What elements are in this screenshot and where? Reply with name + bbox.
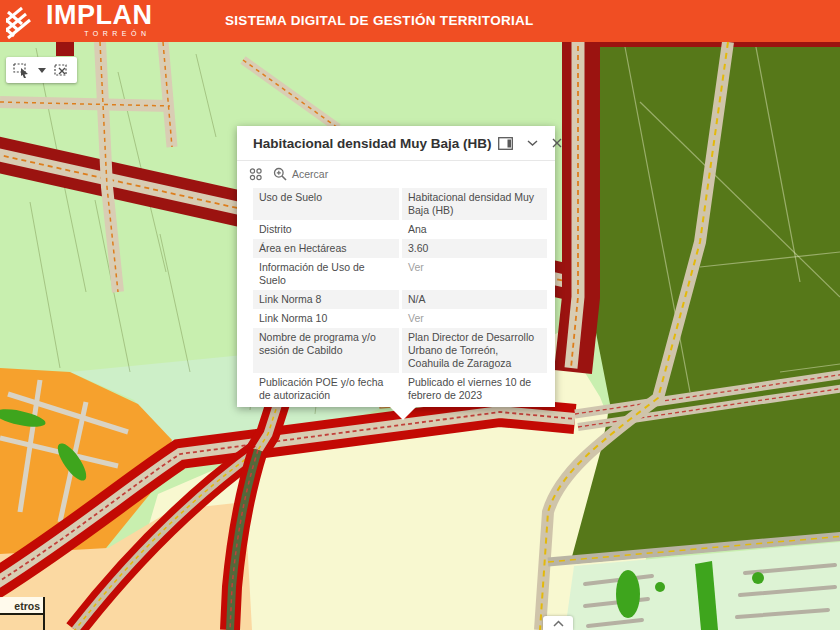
table-row: Área en Hectáreas3.60 <box>253 239 547 258</box>
selection-toolbar <box>6 57 77 83</box>
field-label: Área en Hectáreas <box>253 239 399 258</box>
chevron-up-icon <box>553 620 564 627</box>
caret-down-icon <box>38 68 46 73</box>
popup-pointer <box>389 406 417 420</box>
select-tool-icon <box>13 63 30 78</box>
dock-icon <box>498 137 513 150</box>
table-row: Información de Uso de SueloVer <box>253 258 547 290</box>
app-window: IMPLAN TORREÓN SISTEMA DIGITAL DE GESTIÓ… <box>0 0 840 630</box>
feature-popup: Habitacional densidad Muy Baja (HB) <box>237 126 555 407</box>
select-tool-button[interactable] <box>9 57 34 83</box>
road-corridor-vertical <box>571 42 581 372</box>
clear-selection-button[interactable] <box>50 57 74 83</box>
close-icon <box>552 138 562 148</box>
field-value: N/A <box>402 290 547 309</box>
browse-features-button[interactable] <box>249 167 263 181</box>
field-value: Ana <box>402 220 547 239</box>
select-tool-dropdown[interactable] <box>34 57 50 83</box>
logo-subtitle: TORREÓN <box>46 30 153 37</box>
field-value: Publicado el viernes 10 de febrero de 20… <box>402 373 547 405</box>
zone-olive <box>570 42 840 564</box>
table-row: Publicación POE y/o fecha de autorizació… <box>253 373 547 405</box>
zoom-to-feature-button[interactable]: Acercar <box>273 167 328 181</box>
field-value-link[interactable]: Ver <box>402 258 547 290</box>
field-label: Link Norma 10 <box>253 309 399 328</box>
chevron-down-icon <box>527 140 538 146</box>
field-label: Link Norma 8 <box>253 290 399 309</box>
road-strip-top <box>598 42 840 47</box>
browse-features-icon <box>249 167 263 181</box>
popup-title: Habitacional densidad Muy Baja (HB) <box>253 136 492 151</box>
scalebar-line <box>0 613 45 615</box>
table-row: DistritoAna <box>253 220 547 239</box>
app-header: IMPLAN TORREÓN SISTEMA DIGITAL DE GESTIÓ… <box>0 0 840 42</box>
field-value: 3.60 <box>402 239 547 258</box>
road-stub-topleft <box>56 42 74 56</box>
clear-selection-icon <box>54 63 70 78</box>
field-label: Nombre de programa y/o sesión de Cabildo <box>253 328 399 373</box>
expand-panel-button[interactable] <box>543 616 573 630</box>
field-label: Uso de Suelo <box>253 188 399 220</box>
dock-button[interactable] <box>498 137 513 150</box>
popup-attribute-table: Uso de SueloHabitacional densidad Muy Ba… <box>237 186 555 407</box>
app-title: SISTEMA DIGITAL DE GESTIÓN TERRITORIAL <box>225 13 534 28</box>
field-label: Publicación POE y/o fecha de autorizació… <box>253 373 399 405</box>
table-row: Link Norma 10Ver <box>253 309 547 328</box>
field-value: Habitacional densidad Muy Baja (HB) <box>402 188 547 220</box>
collapse-popup-button[interactable] <box>527 140 538 146</box>
popup-header: Habitacional densidad Muy Baja (HB) <box>237 126 555 160</box>
field-value-link[interactable]: Ver <box>402 309 547 328</box>
implan-logo-icon <box>6 6 40 42</box>
field-label: Información de Uso de Suelo <box>253 258 399 290</box>
zoom-action-label: Acercar <box>292 168 328 180</box>
table-row: Link Norma 8N/A <box>253 290 547 309</box>
table-row: Nombre de programa y/o sesión de Cabildo… <box>253 328 547 373</box>
logo-name: IMPLAN <box>46 1 153 29</box>
close-popup-button[interactable] <box>552 138 562 148</box>
field-value: Plan Director de Desarrollo Urbano de To… <box>402 328 547 373</box>
popup-toolbar: Acercar <box>237 160 555 186</box>
zoom-in-icon <box>273 167 287 181</box>
field-label: Distrito <box>253 220 399 239</box>
implan-logo: IMPLAN TORREÓN <box>6 2 153 42</box>
table-row: Uso de SueloHabitacional densidad Muy Ba… <box>253 188 547 220</box>
